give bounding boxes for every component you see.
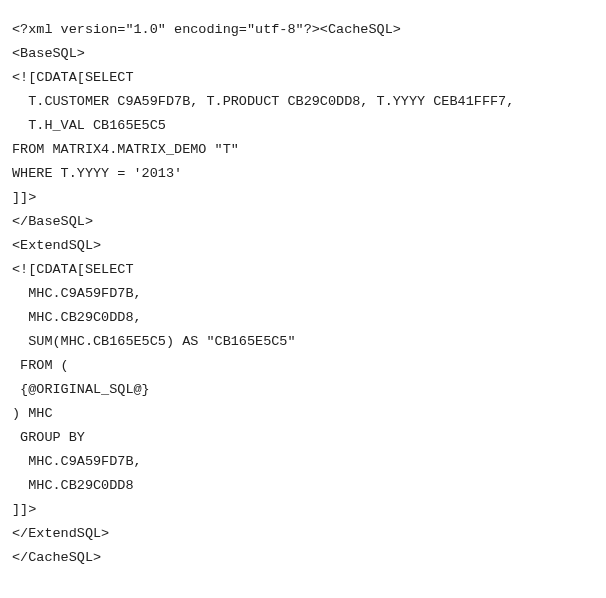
xml-sql-code-block: <?xml version="1.0" encoding="utf-8"?><C… [0,0,606,570]
